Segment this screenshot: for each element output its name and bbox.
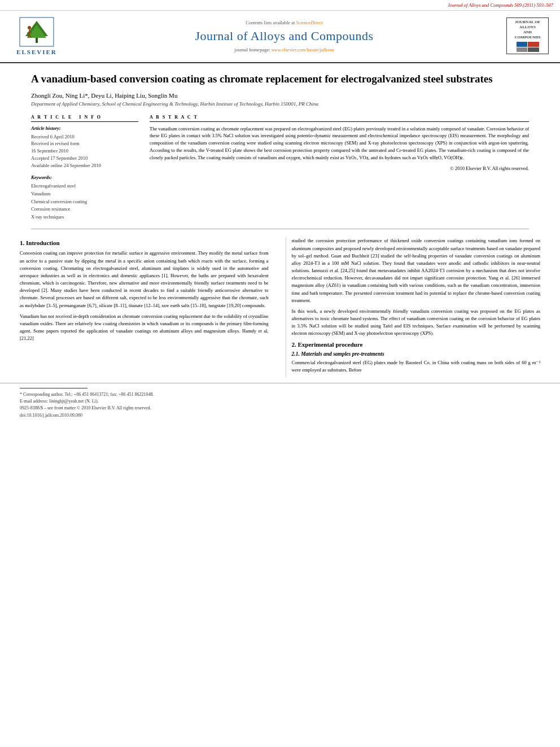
history-label: Article history: xyxy=(31,125,138,131)
email-note: E-mail address: lininghjt@yeah.net (N. L… xyxy=(20,398,540,405)
doi-line: doi:10.1016/j.jallcom.2010.09.080 xyxy=(20,413,540,418)
elsevier-name: ELSEVIER xyxy=(16,49,57,55)
abstract-text: The vanadium conversion coating as chrom… xyxy=(150,125,529,161)
logo-cell-blue xyxy=(517,42,528,46)
logo-cell-dark xyxy=(528,47,539,52)
available-date: Available online 24 September 2010 xyxy=(31,162,138,169)
accepted-date: Accepted 17 September 2010 xyxy=(31,155,138,162)
keyword-2: Vanadium xyxy=(31,190,138,198)
journal-title: Journal of Alloys and Compounds xyxy=(62,29,506,43)
journal-center: Contents lists available at ScienceDirec… xyxy=(62,20,506,53)
svg-point-4 xyxy=(28,26,31,29)
contents-line: Contents lists available at ScienceDirec… xyxy=(62,20,506,25)
keyword-3: Chemical conversion coating xyxy=(31,198,138,206)
section2-heading: 2. Experimental procedure xyxy=(292,341,541,348)
section2-subsection: 2.1. Materials and samples pre-treatment… xyxy=(292,351,541,357)
section1-right-para2: In this work, a newly developed environm… xyxy=(292,308,541,338)
logo-cell-red xyxy=(528,42,539,46)
journal-header: ELSEVIER Contents lists available at Sci… xyxy=(0,11,560,63)
footer-divider xyxy=(20,388,88,388)
journal-homepage: journal homepage: www.elsevier.com/locat… xyxy=(62,47,506,53)
affiliation-line: Department of Applied Chemistry, School … xyxy=(31,101,529,107)
authors-line: Zhongli Zou, Ning Li*, Deyu Li, Haiping … xyxy=(31,92,529,99)
received-date: Received 6 April 2010 xyxy=(31,133,138,141)
journal-ref-text: Journal of Alloys and Compounds 509 (201… xyxy=(448,2,553,8)
issn-note: 0925-8388/$ – see front matter © 2010 El… xyxy=(20,405,540,412)
section1-para1: Conversion coating can improve protectio… xyxy=(20,250,269,309)
elsevier-logo: ELSEVIER xyxy=(11,16,62,55)
abstract-column: A B S T R A C T The vanadium conversion … xyxy=(150,115,529,221)
keyword-4: Corrosion resistance xyxy=(31,206,138,213)
article-info-abstract-section: A R T I C L E I N F O Article history: R… xyxy=(0,115,560,221)
elsevier-tree-icon xyxy=(17,16,56,47)
journal-logo-colored xyxy=(517,42,539,52)
section2-text: Commercial electrogalvanized steel (EG) … xyxy=(292,359,541,374)
revised-date: 16 September 2010 xyxy=(31,147,138,155)
logo-cell-gray xyxy=(517,47,528,52)
article-title: A vanadium-based conversion coating as c… xyxy=(31,72,529,86)
revised-label: Received in revised form xyxy=(31,140,138,147)
section-divider xyxy=(31,229,529,229)
journal-reference-bar: Journal of Alloys and Compounds 509 (201… xyxy=(0,0,560,11)
article-info-column: A R T I C L E I N F O Article history: R… xyxy=(31,115,138,221)
article-info-label: A R T I C L E I N F O xyxy=(31,115,138,122)
header-top-row: ELSEVIER Contents lists available at Sci… xyxy=(11,16,549,55)
section1-right-para1: studied the corrosion protection perform… xyxy=(292,237,541,304)
section1-para2: Vanadium has not received in-depth consi… xyxy=(20,313,269,343)
keyword-5: X-ray techniques xyxy=(31,213,138,221)
section1-heading: 1. Introduction xyxy=(20,239,269,246)
main-content: 1. Introduction Conversion coating can i… xyxy=(0,237,560,377)
keywords-label: Keywords: xyxy=(31,174,138,180)
sciencedirect-link[interactable]: ScienceDirect xyxy=(296,20,322,25)
homepage-url[interactable]: www.elsevier.com/locate/jallcom xyxy=(272,47,334,53)
footer-area: * Corresponding author. Tel.: +86 451 86… xyxy=(0,383,560,423)
main-col-left: 1. Introduction Conversion coating can i… xyxy=(20,237,274,377)
journal-logo-box: JOURNAL OFALLOYSANDCOMPOUNDS xyxy=(506,18,549,54)
journal-logo-text: JOURNAL OFALLOYSANDCOMPOUNDS xyxy=(515,20,541,40)
main-col-right: studied the corrosion protection perform… xyxy=(286,237,541,377)
abstract-label: A B S T R A C T xyxy=(150,115,529,122)
corresponding-author-note: * Corresponding author. Tel.: +86 451 86… xyxy=(20,391,540,398)
keyword-1: Electrogalvanized steel xyxy=(31,182,138,190)
article-title-section: A vanadium-based conversion coating as c… xyxy=(0,63,560,107)
copyright-line: © 2010 Elsevier B.V. All rights reserved… xyxy=(150,165,529,171)
